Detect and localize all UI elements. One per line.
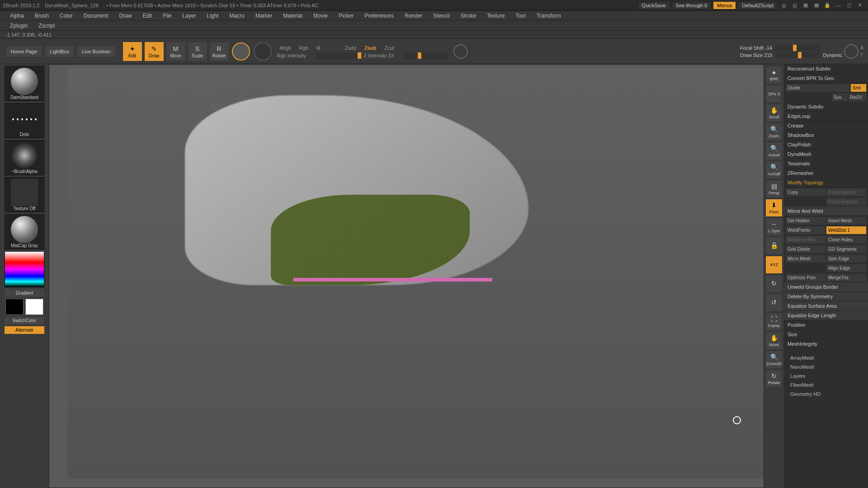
switchcolor-button[interactable]: SwitchColor bbox=[5, 317, 44, 324]
gizmo-button[interactable] bbox=[232, 42, 250, 61]
dynamesh[interactable]: DynaMesh bbox=[784, 150, 868, 159]
dynamic-subdiv[interactable]: Dynamic Subdiv bbox=[784, 102, 868, 112]
merge-tris-button[interactable]: MergeTris bbox=[826, 274, 866, 282]
menu-marker[interactable]: Marker bbox=[250, 13, 278, 19]
canvas[interactable] bbox=[67, 68, 764, 479]
rgb-button[interactable]: Rgb bbox=[297, 44, 311, 52]
zcut-button[interactable]: Zcut bbox=[382, 44, 396, 52]
insert-mesh-button[interactable]: Insert Mesh bbox=[826, 217, 866, 225]
rot-z-button[interactable]: ↺ bbox=[765, 294, 783, 312]
grid-icon[interactable]: ▦ bbox=[802, 2, 809, 9]
menu-light[interactable]: Light bbox=[202, 13, 224, 19]
texture-tile[interactable]: Texture Off bbox=[5, 177, 44, 212]
zoom-button[interactable]: 🔍Zoom bbox=[765, 123, 783, 141]
menu-document[interactable]: Document bbox=[78, 13, 114, 19]
fibermesh[interactable]: FiberMesh bbox=[784, 380, 868, 389]
convert-bpr[interactable]: Convert BPR To Geo bbox=[784, 74, 868, 83]
unweld-groups[interactable]: Unweld Groups Border bbox=[784, 282, 868, 292]
menu-texture[interactable]: Texture bbox=[481, 13, 510, 19]
actual-button[interactable]: 🔍Actual bbox=[765, 142, 783, 160]
claypolish[interactable]: ClayPolish bbox=[784, 140, 868, 150]
m-button[interactable]: M bbox=[314, 44, 323, 52]
persp-button[interactable]: ▤Persp bbox=[765, 180, 783, 198]
position[interactable]: Position bbox=[784, 320, 868, 330]
menu-macro[interactable]: Macro bbox=[224, 13, 250, 19]
color-picker[interactable] bbox=[5, 251, 44, 287]
menu-color[interactable]: Color bbox=[54, 13, 78, 19]
gd-segments-button[interactable]: GD Segments bbox=[826, 245, 866, 253]
del-hidden-button[interactable]: Del Hidden bbox=[786, 217, 826, 225]
edit-mode-button[interactable]: ✦Edit bbox=[123, 42, 142, 61]
draw-size-slider[interactable] bbox=[775, 52, 821, 58]
zadd-button[interactable]: Zadd bbox=[342, 44, 359, 52]
spix-button[interactable]: SPix 3 bbox=[765, 85, 783, 103]
modify-topology[interactable]: Modify Topology bbox=[784, 178, 868, 188]
bpr-button[interactable]: ●BPR bbox=[765, 66, 783, 84]
focal-shift-slider[interactable] bbox=[775, 45, 820, 51]
xyz-button[interactable]: XYZ bbox=[765, 256, 783, 274]
stroke-tile[interactable]: ⋯⋯Dots bbox=[5, 103, 44, 138]
reconstruct-subdiv[interactable]: Reconstruct Subdiv bbox=[784, 64, 868, 74]
home-page-button[interactable]: Home Page bbox=[6, 46, 42, 57]
dynamic-label[interactable]: Dynamic bbox=[823, 52, 843, 58]
menu-picker[interactable]: Picker bbox=[333, 13, 359, 19]
close-holes-button[interactable]: Close Holes bbox=[826, 236, 866, 244]
suv-button[interactable]: Suv bbox=[832, 94, 847, 101]
menu-layer[interactable]: Layer bbox=[177, 13, 202, 19]
menu-preferences[interactable]: Preferences bbox=[359, 13, 399, 19]
gradient-button[interactable]: Gradient bbox=[5, 289, 44, 297]
menu-file[interactable]: File bbox=[157, 13, 177, 19]
optimize-button[interactable]: Optimize Poin bbox=[786, 274, 826, 282]
scale-mode-button[interactable]: SScale bbox=[188, 42, 208, 61]
menu-tool[interactable]: Tool bbox=[510, 13, 531, 19]
weld-dist-button[interactable]: WeldDist 1 bbox=[826, 226, 866, 234]
edgeloop[interactable]: EdgeLoop bbox=[784, 112, 868, 121]
layers[interactable]: Layers bbox=[784, 371, 868, 380]
maximize-icon[interactable]: ◻ bbox=[845, 2, 853, 9]
viewport[interactable] bbox=[49, 64, 764, 488]
tick-icon[interactable]: ||| bbox=[780, 2, 788, 9]
grid-divide-button[interactable]: Grid Divide bbox=[786, 245, 826, 253]
equalize-edge[interactable]: Equalize Edge Length bbox=[784, 311, 868, 320]
move-button[interactable]: ✋Move bbox=[765, 332, 783, 350]
color-swatch-white[interactable] bbox=[25, 299, 43, 315]
tick2-icon[interactable]: ||| bbox=[791, 2, 798, 9]
alpha-tile[interactable]: ~BrushAlpha bbox=[5, 140, 44, 175]
paste-append-button[interactable]: Paste Append bbox=[826, 188, 866, 196]
spin-edge-button[interactable]: Spin Edge bbox=[826, 255, 866, 263]
nanomesh[interactable]: NanoMesh bbox=[784, 362, 868, 371]
menu-zplugin[interactable]: Zplugin bbox=[5, 23, 33, 29]
menu-transform[interactable]: Transform bbox=[531, 13, 566, 19]
shadowbox[interactable]: ShadowBox bbox=[784, 131, 868, 140]
reuv-button[interactable]: ReUV bbox=[848, 94, 866, 101]
aahalf-button[interactable]: 🔍AAHalf bbox=[765, 161, 783, 179]
menu-brush[interactable]: Brush bbox=[29, 13, 54, 19]
align-edge-button[interactable]: Align Edge bbox=[826, 264, 866, 272]
close-icon[interactable]: ✕ bbox=[856, 2, 863, 9]
delete-by-symmetry[interactable]: Delete By Symmetry bbox=[784, 292, 868, 301]
tessimate[interactable]: Tessimate bbox=[784, 159, 868, 169]
menu-render[interactable]: Render bbox=[399, 13, 428, 19]
smt-button[interactable]: Smt bbox=[851, 84, 866, 92]
scroll-button[interactable]: ✋Scroll bbox=[765, 104, 783, 122]
draw-mode-button[interactable]: ✎Draw bbox=[144, 42, 164, 61]
menu-stencil[interactable]: Stencil bbox=[428, 13, 455, 19]
lock-icon[interactable]: 🔒 bbox=[824, 2, 831, 9]
zsub-button[interactable]: Zsub bbox=[362, 44, 379, 52]
move-mode-button[interactable]: MMove bbox=[166, 42, 186, 61]
menu-stroke[interactable]: Stroke bbox=[455, 13, 481, 19]
menu-movie[interactable]: Movie bbox=[308, 13, 333, 19]
copy-button[interactable]: Copy bbox=[786, 188, 826, 196]
mrgb-button[interactable]: Mrgb bbox=[277, 44, 294, 52]
menu-zscript[interactable]: Zscript bbox=[33, 23, 60, 29]
menu-material[interactable]: Material bbox=[278, 13, 308, 19]
alternate-button[interactable]: Alternate bbox=[5, 326, 44, 334]
zoom3d-button[interactable]: 🔍Zoom3D bbox=[765, 351, 783, 369]
defaultzscript-button[interactable]: DefaultZScript bbox=[738, 1, 778, 9]
lightbox-button[interactable]: LightBox bbox=[45, 46, 74, 57]
menu-alpha[interactable]: Alpha bbox=[5, 13, 29, 19]
z-intensity-slider[interactable] bbox=[403, 52, 448, 59]
rgb-intensity-slider[interactable] bbox=[316, 52, 361, 59]
material-tile[interactable]: MatCap Gray bbox=[5, 214, 44, 249]
minimize-icon[interactable]: — bbox=[835, 2, 842, 9]
